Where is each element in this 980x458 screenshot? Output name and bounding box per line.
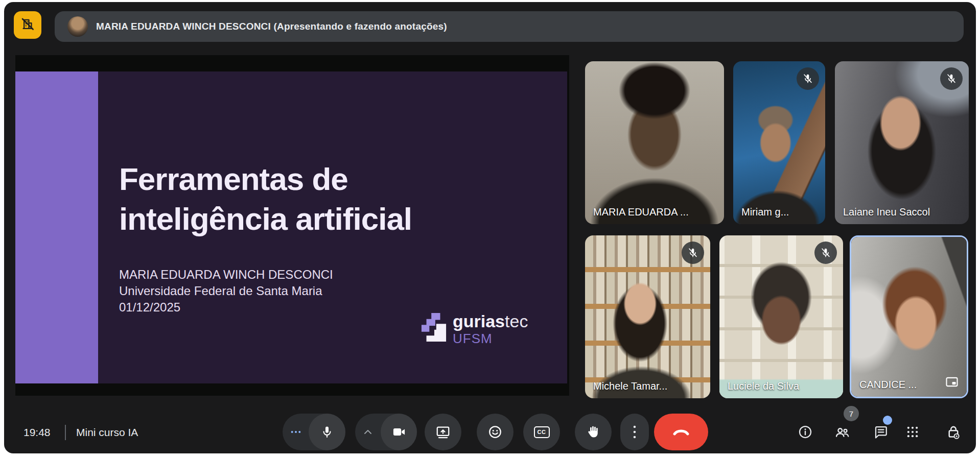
camera-button[interactable] [381,414,417,450]
camera-icon [392,425,406,439]
meeting-info-button[interactable] [793,420,818,444]
slide-date: 01/12/2025 [119,299,333,316]
more-horizontal-icon [290,430,301,434]
participant-tile-luciele[interactable]: Luciele da Silva [719,235,843,398]
slide-accent-bar [15,71,98,383]
microphone-button[interactable] [309,414,345,450]
present-screen-icon [435,424,451,440]
logo-brand-bold: gurias [453,311,505,331]
hang-up-phone-icon [672,426,690,438]
lock-icon [945,424,962,440]
raise-hand-button[interactable] [575,414,612,450]
participants-count-badge: 7 [844,406,859,421]
mic-muted-badge [682,242,704,264]
slide-institution: Universidade Federal de Santa Maria [119,283,333,299]
apps-button[interactable] [900,420,925,444]
participant-tile-laiane[interactable]: Laiane Ineu Saccol [835,61,969,224]
meet-window: MARIA EDUARDA WINCH DESCONCI (Apresentan… [4,2,976,453]
clock-time: 19:48 [24,426,51,439]
present-screen-button[interactable] [425,414,461,450]
people-icon [834,424,850,440]
mic-muted-badge [814,242,837,264]
divider [65,425,66,440]
apps-grid-icon [905,425,920,439]
slide-title: Ferramentas de inteligência artificial [119,159,412,239]
participants-button[interactable] [830,420,854,444]
participant-name: Miriam g... [741,206,789,218]
captions-icon: CC [534,426,550,438]
chat-icon [873,424,889,440]
logo-ufsm: UFSM [453,331,528,346]
participant-name: MARIA EDUARDA ... [593,206,689,218]
hang-up-button[interactable] [654,414,708,450]
chevron-up-icon [363,428,373,436]
participant-name: Luciele da Silva [728,380,799,392]
host-controls-button[interactable] [941,420,966,444]
mic-muted-badge [940,67,963,90]
participant-name: Laiane Ineu Saccol [843,206,930,218]
participant-name: Michele Tamar... [593,380,667,392]
slide-subtitle: MARIA EDUARDA WINCH DESCONCI Universidad… [119,267,333,316]
mic-muted-badge [797,67,819,90]
participant-tile-miriam[interactable]: Miriam g... [733,61,825,224]
camera-options-button[interactable] [355,428,381,436]
raised-hand-icon [586,424,601,440]
mic-control-group [283,414,345,450]
slide-author: MARIA EDUARDA WINCH DESCONCI [119,267,333,283]
more-vertical-icon [633,425,637,439]
building-crossed-icon [20,16,35,34]
meeting-name: Mini curso IA [76,426,138,439]
info-icon [798,424,813,440]
presentation-slide: Ferramentas de inteligência artificial M… [15,71,567,383]
participant-tile-maria[interactable]: MARIA EDUARDA ... [585,61,724,224]
slide-title-line2: inteligência artificial [119,199,412,239]
slide-title-line1: Ferramentas de [119,159,412,199]
microphone-icon [320,425,334,439]
chat-notification-dot [883,416,892,425]
camera-control-group [355,414,417,450]
reactions-button[interactable] [477,414,514,450]
presenter-banner-text: MARIA EDUARDA WINCH DESCONCI (Apresentan… [96,21,447,32]
picture-in-picture-button[interactable] [943,373,961,391]
presentation-warning-button[interactable] [14,11,41,39]
guriastec-logo-text: guriastec UFSM [453,311,528,346]
more-options-button[interactable] [620,414,649,450]
presenter-banner: MARIA EDUARDA WINCH DESCONCI (Apresentan… [55,11,964,42]
smiley-icon [487,424,503,440]
participant-tile-candice-self[interactable]: CANDICE ... [850,235,968,398]
video-feed [585,61,724,224]
mic-options-button[interactable] [283,430,309,434]
participant-name: CANDICE ... [859,379,917,391]
presenter-avatar [67,16,88,37]
presentation-stage: Ferramentas de inteligência artificial M… [15,55,569,396]
guriastec-logo-icon [421,311,447,346]
captions-button[interactable]: CC [523,414,560,450]
guriastec-logo: guriastec UFSM [421,311,528,346]
participant-tile-michele[interactable]: Michele Tamar... [585,235,710,398]
logo-brand-light: tec [505,311,528,331]
